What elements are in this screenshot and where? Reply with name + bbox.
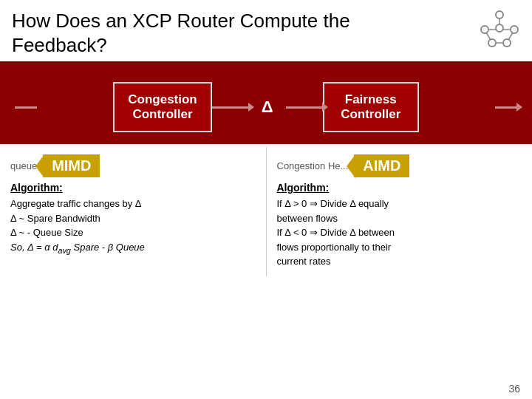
- left-badge-row: queue MIMD: [10, 154, 256, 177]
- svg-line-10: [508, 33, 513, 40]
- title-line2: Feedback?: [12, 34, 107, 56]
- left-algorithm-label: Algorithm:: [10, 182, 256, 194]
- controller-row: Congestion Controller Δ Fairness Control…: [15, 82, 517, 132]
- congestion-controller-label: Congestion Controller: [128, 92, 197, 121]
- right-algorithm-label: Algorithm:: [277, 182, 522, 194]
- right-algo-text: If Δ > 0 ⇒ Divide Δ equally between flow…: [277, 197, 522, 269]
- svg-point-4: [503, 39, 511, 47]
- left-algo-line1: Aggregate traffic changes by Δ: [10, 197, 256, 211]
- right-algo-line3: If Δ < 0 ⇒ Divide Δ between: [277, 225, 522, 240]
- svg-line-9: [486, 33, 491, 40]
- right-algo-line4: flows proportionally to their: [277, 240, 522, 255]
- top-banner: [0, 61, 532, 72]
- two-col-section: queue MIMD Algorithm: Aggregate traffic …: [0, 147, 532, 276]
- queue-label: queue: [10, 160, 37, 171]
- middle-arrow: [212, 106, 249, 109]
- fairness-controller-label: Fairness Controller: [341, 92, 400, 121]
- left-column: queue MIMD Algorithm: Aggregate traffic …: [0, 147, 267, 276]
- left-algo-line2: Δ ~ Spare Bandwidth: [10, 211, 256, 226]
- fairness-controller-box: Fairness Controller: [323, 82, 419, 132]
- left-algo-line4: So, Δ = α davg Spare - β Queue: [10, 240, 256, 256]
- congestion-controller-box: Congestion Controller: [113, 82, 212, 132]
- title-area: How Does an XCP Router Compute the Feedb…: [0, 0, 532, 61]
- right-algo-line5: current rates: [277, 254, 522, 269]
- controllers-center: Congestion Controller Δ Fairness Control…: [37, 82, 495, 132]
- congestion-header-label: Congestion He...: [277, 160, 349, 171]
- svg-point-0: [496, 11, 503, 18]
- delta-symbol: Δ: [249, 93, 286, 121]
- right-algo-line1: If Δ > 0 ⇒ Divide Δ equally: [277, 197, 522, 211]
- right-arrow: [286, 106, 323, 109]
- page-number: 36: [508, 383, 520, 395]
- output-arrow: [495, 106, 517, 109]
- mimd-badge: MIMD: [43, 154, 100, 177]
- right-column: Congestion He... AIMD Algorithm: If Δ > …: [267, 147, 533, 276]
- right-algo-line2: between flows: [277, 211, 522, 226]
- aimd-badge: AIMD: [354, 154, 409, 177]
- right-badge-row: Congestion He... AIMD: [277, 154, 522, 177]
- svg-point-3: [488, 39, 496, 47]
- left-algo-line3: Δ ~ - Queue Size: [10, 225, 256, 240]
- page-title: How Does an XCP Router Compute the Feedb…: [12, 9, 520, 57]
- input-arrow: [15, 106, 37, 109]
- main-diagram-area: Congestion Controller Δ Fairness Control…: [0, 72, 532, 144]
- title-line1: How Does an XCP Router Compute the: [12, 10, 350, 32]
- svg-point-1: [481, 26, 488, 33]
- svg-point-2: [511, 26, 518, 33]
- left-algo-text: Aggregate traffic changes by Δ Δ ~ Spare…: [10, 197, 256, 256]
- network-icon: [477, 7, 522, 52]
- svg-point-5: [496, 24, 503, 32]
